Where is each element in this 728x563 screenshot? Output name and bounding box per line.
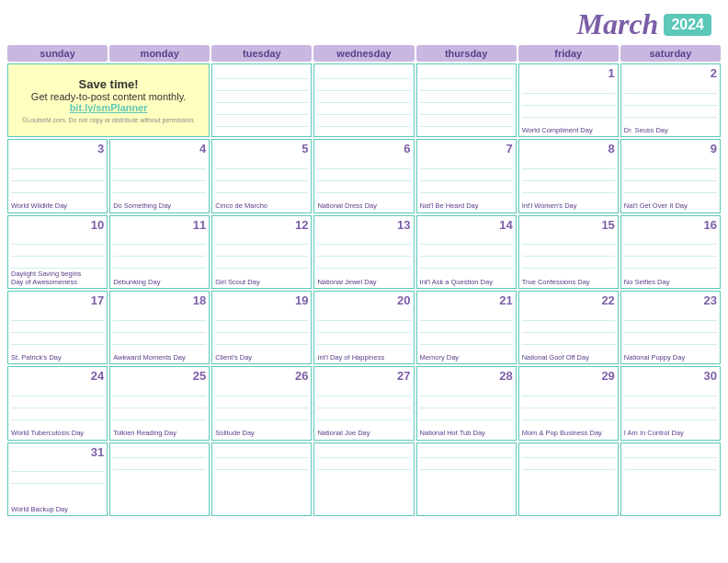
- year-badge: 2024: [664, 14, 711, 36]
- cell-event: Solitude Day: [215, 430, 308, 437]
- cell-event: Nat'l Get Over It Day: [624, 202, 717, 210]
- promo-copyright: ©LouiseM.com. Do not copy or distribute …: [22, 117, 195, 123]
- cell-event: World Compliment Day: [522, 127, 615, 134]
- day-header-tuesday: tuesday: [211, 45, 312, 62]
- cell-event: Mom & Pop Business Day: [522, 430, 615, 437]
- cell-number: 22: [522, 293, 615, 308]
- cell-number: 11: [113, 218, 206, 233]
- calendar-cell: 20Int'l Day of Happiness: [313, 291, 414, 364]
- calendar-cell: [620, 442, 721, 516]
- cell-number: 20: [317, 293, 410, 308]
- calendar-cell: 28National Hot Tub Day: [416, 366, 517, 440]
- cell-number: 28: [420, 369, 513, 384]
- day-header-thursday: thursday: [416, 45, 517, 62]
- calendar-cell: 6National Dress Day: [313, 139, 414, 213]
- cell-number: 18: [113, 293, 206, 308]
- cell-number: 7: [420, 142, 513, 156]
- cell-event: St. Patrick's Day: [11, 354, 104, 362]
- calendar-cell-empty: [211, 63, 312, 137]
- cell-number: 2: [624, 66, 717, 81]
- calendar-cell: 9Nat'l Get Over It Day: [620, 139, 721, 213]
- cell-number: 29: [522, 369, 615, 384]
- cell-number: 30: [624, 369, 717, 384]
- cell-number: 9: [624, 142, 717, 156]
- calendar-cell: 17St. Patrick's Day: [7, 291, 108, 364]
- cell-event: Daylight Saving begins: [11, 270, 104, 278]
- cell-event: Girl Scout Day: [215, 279, 308, 286]
- cell-number: 12: [215, 218, 308, 233]
- calendar-grid: Save time! Get ready-to-post content mon…: [7, 63, 721, 516]
- calendar-cell: 2Dr. Seuss Day: [620, 63, 721, 137]
- cell-event: Debunking Day: [113, 279, 206, 286]
- cell-event: Dr. Seuss Day: [624, 127, 717, 134]
- cell-event: True Confessions Day: [522, 279, 615, 286]
- day-header-monday: monday: [109, 45, 210, 62]
- cell-event: Do Something Day: [113, 202, 206, 210]
- calendar-cell: 12Girl Scout Day: [211, 215, 312, 289]
- calendar-cell: 5Cinco de Marcho: [211, 139, 312, 213]
- cell-number: 10: [11, 218, 104, 233]
- cell-event: National Puppy Day: [624, 354, 717, 362]
- cell-number: 19: [215, 293, 308, 308]
- day-header-saturday: saturday: [620, 45, 721, 62]
- promo-link[interactable]: bit.ly/smPlanner: [70, 102, 148, 113]
- calendar-cell: 8Int'l Women's Day: [518, 139, 619, 213]
- calendar-cell: 21Memory Day: [416, 291, 517, 364]
- calendar-cell: 23National Puppy Day: [620, 291, 721, 364]
- calendar-cell: 1World Compliment Day: [518, 63, 619, 137]
- cell-number: 23: [624, 293, 717, 308]
- cell-event: No Selfies Day: [624, 279, 717, 286]
- cell-number: 17: [11, 293, 104, 308]
- cell-number: 16: [624, 218, 717, 233]
- cell-number: 13: [317, 218, 410, 233]
- day-header-friday: friday: [518, 45, 619, 62]
- cell-event: National Dress Day: [317, 202, 410, 210]
- calendar-cell: 7Nat'l Be Heard Day: [416, 139, 517, 213]
- cell-number: 21: [420, 293, 513, 308]
- cell-event: Client's Day: [215, 354, 308, 362]
- cell-event: Int'l Ask a Question Day: [420, 279, 513, 286]
- cell-number: 27: [317, 369, 410, 384]
- calendar-cell: [109, 442, 210, 516]
- calendar-cell: 13National Jewel Day: [313, 215, 414, 289]
- cell-event: Awkward Moments Day: [113, 354, 206, 362]
- promo-cell: Save time! Get ready-to-post content mon…: [7, 63, 210, 137]
- cell-number: 3: [11, 142, 104, 156]
- day-header-sunday: sunday: [7, 45, 108, 62]
- cell-number: 24: [11, 369, 104, 384]
- promo-title: Save time!: [79, 77, 139, 91]
- calendar-cell: 31World Backup Day: [7, 442, 108, 516]
- cell-event: National Jewel Day: [317, 279, 410, 286]
- calendar-cell: 11Debunking Day: [109, 215, 210, 289]
- cell-event: National Joe Day: [317, 430, 410, 437]
- calendar-cell: 14Int'l Ask a Question Day: [416, 215, 517, 289]
- cell-number: 26: [215, 369, 308, 384]
- calendar-cell-empty: [416, 63, 517, 137]
- cell-event: National Goof Off Day: [522, 354, 615, 362]
- month-title: March: [577, 7, 659, 41]
- calendar-cell: 30I Am In Control Day: [620, 366, 721, 440]
- cell-event: Memory Day: [420, 354, 513, 362]
- calendar-cell: [518, 442, 619, 516]
- cell-number: 1: [522, 66, 615, 81]
- day-header-wednesday: wednesday: [313, 45, 414, 62]
- calendar-cell: [211, 442, 312, 516]
- cell-event: World Backup Day: [11, 506, 104, 513]
- calendar-cell: [313, 442, 414, 516]
- cell-event: National Hot Tub Day: [420, 430, 513, 437]
- cell-number: 14: [420, 218, 513, 233]
- cell-number: 31: [11, 445, 104, 460]
- cell-event: Day of Awesomeness: [11, 279, 104, 286]
- calendar-cell-empty: [313, 63, 414, 137]
- day-headers: sunday monday tuesday wednesday thursday…: [7, 45, 721, 62]
- cell-event: Int'l Women's Day: [522, 202, 615, 210]
- calendar-cell: 10Daylight Saving beginsDay of Awesomene…: [7, 215, 108, 289]
- calendar-cell: 29Mom & Pop Business Day: [518, 366, 619, 440]
- cell-number: 6: [317, 142, 410, 156]
- cell-number: 8: [522, 142, 615, 156]
- calendar-cell: 3World Wildlife Day: [7, 139, 108, 213]
- calendar-cell: 22National Goof Off Day: [518, 291, 619, 364]
- calendar-cell: 26Solitude Day: [211, 366, 312, 440]
- cell-number: 25: [113, 369, 206, 384]
- cell-event: World Tuberculosis Day: [11, 430, 104, 437]
